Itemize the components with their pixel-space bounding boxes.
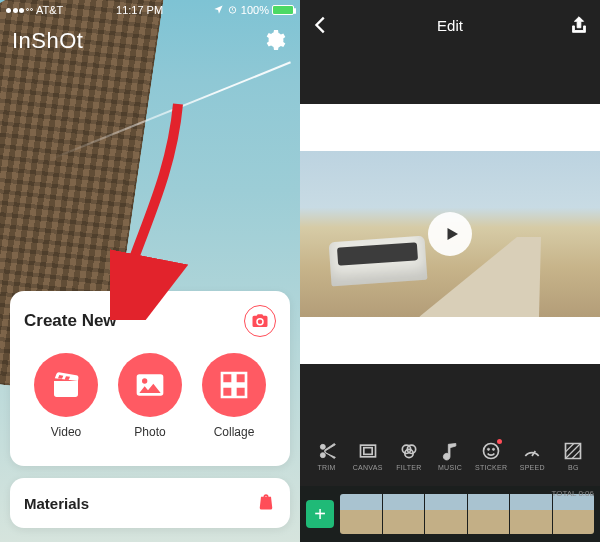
tool-speed-label: SPEED [520,464,545,471]
letterbox-bottom [300,364,600,426]
music-note-icon [440,441,460,461]
battery-icon [272,5,294,15]
signal-dots-icon [6,8,33,13]
create-collage-label: Collage [214,425,255,439]
camera-button[interactable] [244,305,276,337]
create-collage-button[interactable]: Collage [202,353,266,439]
materials-card[interactable]: Materials [10,478,290,528]
scissors-icon [317,441,337,461]
inshot-home-screen: AT&T 11:17 PM 100% InShOt Create New [0,0,300,542]
clip-thumbnail [468,494,510,534]
play-button[interactable] [428,212,472,256]
speedometer-icon [522,441,542,461]
back-button[interactable] [310,14,332,36]
ios-status-bar: AT&T 11:17 PM 100% [0,0,300,20]
tool-sticker-label: STICKER [475,464,507,471]
background-icon [563,441,583,461]
clip-thumbnail [425,494,467,534]
share-button[interactable] [568,14,590,36]
add-clip-button[interactable]: + [306,500,334,528]
status-left: AT&T [6,4,66,16]
plus-icon: + [314,503,326,526]
canvas-icon [358,441,378,461]
alarm-icon [227,4,238,17]
app-logo: InShOt [12,28,83,54]
collage-icon [202,353,266,417]
tool-canvas-label: CANVAS [353,464,383,471]
tool-speed[interactable]: SPEED [512,441,553,471]
chevron-left-icon [310,14,332,36]
filter-icon [399,441,419,461]
clip-thumbnail [340,494,382,534]
timeline-total-label: TOTAL 0:06 [551,489,594,498]
tool-sticker[interactable]: STICKER [471,441,512,471]
tool-bg[interactable]: BG [553,441,594,471]
camera-icon [251,312,269,330]
edit-toolbar: TRIM CANVAS FILTER MUSIC STICKER SPEED B… [300,426,600,486]
materials-title: Materials [24,495,89,512]
smiley-icon [481,441,501,461]
edit-header: Edit [300,6,600,44]
video-canvas [300,104,600,364]
tool-filter-label: FILTER [396,464,421,471]
preview-truck-cap [329,236,428,287]
tool-bg-label: BG [568,464,579,471]
status-right: 100% [213,4,294,17]
tool-music[interactable]: MUSIC [429,441,470,471]
shopping-bag-icon [256,491,276,515]
tool-canvas[interactable]: CANVAS [347,441,388,471]
create-photo-button[interactable]: Photo [118,353,182,439]
letterbox-top [300,44,600,104]
play-icon [443,225,461,243]
clip-thumbnail [510,494,552,534]
clapperboard-icon [34,353,98,417]
clip-track[interactable] [340,494,594,534]
notification-dot [497,439,502,444]
inshot-edit-screen: Edit TRIM CANVAS FILTER MUSI [300,0,600,542]
gear-icon [262,28,286,52]
svg-point-8 [493,448,495,450]
create-video-button[interactable]: Video [34,353,98,439]
clip-thumbnail [553,494,595,534]
carrier-label: AT&T [36,4,63,16]
tool-trim[interactable]: TRIM [306,441,347,471]
tool-filter[interactable]: FILTER [388,441,429,471]
create-video-label: Video [51,425,81,439]
battery-pct-label: 100% [241,4,269,16]
create-new-title: Create New [24,311,117,331]
create-new-card: Create New Video Photo [10,291,290,466]
status-time: 11:17 PM [116,4,163,16]
edit-title: Edit [437,17,463,34]
image-icon [118,353,182,417]
svg-rect-2 [364,448,372,455]
tool-trim-label: TRIM [317,464,335,471]
settings-button[interactable] [262,28,286,52]
svg-point-6 [484,444,499,459]
create-photo-label: Photo [134,425,165,439]
share-icon [568,14,590,36]
clip-thumbnail [383,494,425,534]
svg-point-7 [488,448,490,450]
location-icon [213,4,224,17]
tool-music-label: MUSIC [438,464,462,471]
video-preview[interactable] [300,151,600,317]
